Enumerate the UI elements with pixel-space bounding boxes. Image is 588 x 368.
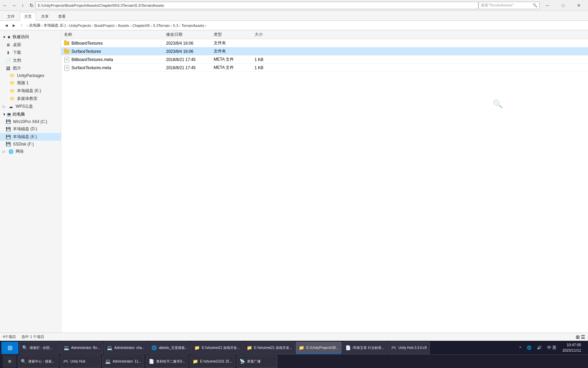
- refresh-button[interactable]: ↻: [28, 2, 35, 9]
- file-name-billboard-textures: BillboardTextures: [71, 41, 103, 46]
- bottom-item-eshuimei[interactable]: 📁 E:\\shuimei2101 25...: [190, 355, 235, 368]
- taskbar-shuimei1-icon: 📁: [194, 345, 200, 351]
- breadcrumb-item-2[interactable]: UnityProjects: [69, 24, 91, 28]
- taskbar-item-admin-bo[interactable]: 💻 Administrator: Bo...: [61, 342, 103, 354]
- sidebar-item-d-drive[interactable]: 💾 本地磁盘 (D:): [0, 125, 61, 133]
- sidebar-item-desktop[interactable]: 🖥 桌面: [0, 41, 61, 49]
- taskbar-unity-projects-icon: 📁: [299, 345, 304, 350]
- search-bar[interactable]: 搜索"TerrainAssets" 🔍: [478, 2, 540, 9]
- bottom-item-broadcast[interactable]: 📡 屏显广播: [236, 355, 277, 368]
- breadcrumb-up[interactable]: ↑: [18, 22, 25, 29]
- col-header-name[interactable]: 名称: [64, 32, 166, 37]
- tray-volume[interactable]: 🔊: [535, 342, 544, 354]
- address-bar[interactable]: E:\UnityProjects\BookProject\Assets\Chap…: [35, 2, 478, 9]
- taskbar-item-label-search: 搜索栏 - 你想...: [30, 346, 52, 350]
- back-button[interactable]: ←: [1, 2, 9, 9]
- bottom-item-unity-hub[interactable]: 🎮 Unity Hub: [60, 355, 101, 368]
- tray-time: 10:47:05: [562, 342, 581, 348]
- bottom-item-search-center[interactable]: 🔍 搜索中心 - 搜索...: [18, 355, 59, 368]
- file-row-billboard-textures[interactable]: BillboardTextures 2023/8/4 16:06 文件夹: [61, 39, 588, 47]
- close-button[interactable]: ✕: [571, 0, 587, 11]
- breadcrumb-back[interactable]: ◀: [3, 22, 10, 29]
- tab-share[interactable]: 共享: [37, 12, 53, 20]
- sidebar-item-network[interactable]: ▷ 🌐 网络: [0, 148, 61, 155]
- sidebar-item-downloads[interactable]: ⬇ 下载: [0, 49, 61, 57]
- bottom-item-admin[interactable]: 💻 Administrator: 11...: [102, 355, 144, 368]
- taskbar-item-search[interactable]: 🔍 搜索栏 - 你想...: [19, 342, 60, 354]
- network-arrow: ▷: [3, 150, 5, 153]
- tray-clock[interactable]: 10:47:05 2023/11/11: [560, 342, 584, 353]
- sidebar-this-pc-header[interactable]: ▼ 💻 此电脑: [0, 110, 61, 118]
- file-date-billboard-meta: 2018/8/21 17:45: [166, 57, 214, 62]
- surface-textures-icon: [64, 49, 69, 54]
- bottom-item-label-admin: Administrator: 11...: [113, 359, 141, 363]
- col-header-date[interactable]: 修改日期: [166, 32, 214, 37]
- taskbar-search-icon: 🔍: [22, 345, 28, 351]
- tray-expand[interactable]: ^: [517, 342, 523, 354]
- sidebar-label-d-drive: 本地磁盘 (D:): [13, 126, 37, 132]
- breadcrumb-item-3[interactable]: BookProject: [94, 24, 114, 28]
- sidebar-item-f-drive[interactable]: 💾 SSDisk (F:): [0, 141, 61, 148]
- bottom-start[interactable]: ⊞: [3, 355, 16, 368]
- tray-date: 2023/11/11: [562, 348, 581, 353]
- taskbar-item-unity-hub[interactable]: 🎮 Unity Hub 3.3.0-c9: [388, 342, 430, 354]
- sidebar: ▼ ★ 快速访问 🖥 桌面 ⬇ 下载 📄 文档 🖼 图片 📁: [0, 30, 61, 333]
- taskbar-item-shuimei2[interactable]: 📁 E:\\shuimei21 游戏开发...: [244, 342, 295, 354]
- up-button[interactable]: ↑: [19, 2, 27, 9]
- taskbar-item-label-unity-projects: E:\\UnityProjects\\B...: [306, 346, 338, 350]
- status-bar: 4个项目 选中 1 个项目 ⊞ ☰: [0, 333, 588, 341]
- address-text: E:\UnityProjects\BookProject\Assets\Chap…: [38, 3, 164, 7]
- bottom-item-charli[interactable]: 📄 查莉绘字二酱等S...: [146, 355, 188, 368]
- breadcrumb-item-4[interactable]: Assets: [118, 24, 129, 28]
- taskbar-item-albedo[interactable]: 🌐 albedo_百度搜索...: [148, 342, 191, 354]
- sidebar-item-pictures[interactable]: 🖼 图片: [0, 64, 61, 72]
- taskbar-item-unity-projects[interactable]: 📁 E:\\UnityProjects\\B...: [296, 342, 341, 354]
- breadcrumb-item-1[interactable]: 本地磁盘 (E:): [44, 23, 66, 28]
- surface-meta-icon: M: [64, 65, 69, 71]
- taskbar-item-chapter05[interactable]: 📄 05第五章 灯光材质...: [342, 342, 387, 354]
- sidebar-item-locale[interactable]: 📁 本地磁盘 (E:): [0, 87, 61, 95]
- tab-view[interactable]: 查看: [54, 12, 70, 20]
- sidebar-item-documents[interactable]: 📄 文档: [0, 57, 61, 64]
- sidebar-item-multimedia[interactable]: 📁 多媒体教室: [0, 95, 61, 103]
- breadcrumb-item-5[interactable]: Chapter05: [132, 24, 150, 28]
- taskbar-item-admin-cha[interactable]: 💻 Administrator: cha...: [104, 342, 148, 354]
- breadcrumb-item-8[interactable]: TerrainAssets: [182, 24, 205, 28]
- file-size-surface-meta: 1 KB: [255, 65, 282, 70]
- sidebar-item-e-drive[interactable]: 💾 本地磁盘 (E:): [0, 133, 61, 141]
- sidebar-quick-access-header[interactable]: ▼ ★ 快速访问: [0, 33, 61, 41]
- this-pc-icon: 💻: [6, 112, 12, 117]
- search-icon[interactable]: 🔍: [533, 3, 537, 7]
- file-row-surface-meta[interactable]: M SurfaceTextures.meta 2018/8/21 17:45 M…: [61, 64, 588, 72]
- file-row-billboard-meta[interactable]: M BillboardTextures.meta 2018/8/21 17:45…: [61, 56, 588, 64]
- maximize-button[interactable]: □: [555, 0, 571, 11]
- sidebar-item-video1[interactable]: 📁 视频 1: [0, 79, 61, 87]
- taskbar-item-shuimei1[interactable]: 📁 E:\\shuimei21 游戏开发...: [191, 342, 243, 354]
- bottom-search-icon: 🔍: [21, 359, 26, 364]
- breadcrumb-item-0[interactable]: 此电脑: [29, 23, 40, 28]
- col-header-size[interactable]: 大小: [255, 32, 282, 37]
- tab-home[interactable]: 主页: [20, 12, 36, 21]
- taskbar-item-label-admin-bo: Administrator: Bo...: [71, 346, 100, 350]
- col-header-type[interactable]: 类型: [214, 32, 255, 37]
- start-button[interactable]: ⊞: [1, 342, 18, 354]
- taskbar-chapter05-icon: 📄: [345, 345, 351, 351]
- breadcrumb-item-6[interactable]: 5.3Terrain: [153, 24, 170, 28]
- file-row-surface-textures[interactable]: SurfaceTextures 2023/8/4 16:06 文件夹: [61, 47, 588, 56]
- taskbar-admin-cha-icon: 💻: [107, 345, 112, 351]
- tray-ime[interactable]: 中 英: [545, 342, 558, 354]
- this-pc-arrow: ▼: [3, 113, 6, 116]
- sidebar-item-c-drive[interactable]: 💾 Win10Pro X64 (C:): [0, 118, 61, 125]
- tray-network[interactable]: 🌐: [525, 342, 534, 354]
- tab-file[interactable]: 文件: [3, 12, 19, 20]
- f-drive-icon: 💾: [5, 142, 11, 147]
- view-list-icon[interactable]: ☰: [581, 334, 585, 340]
- sidebar-item-unity-packages[interactable]: 📁 UnityPackages: [0, 72, 61, 79]
- breadcrumb-forward[interactable]: ▶: [10, 22, 18, 29]
- breadcrumb-item-7[interactable]: 5.3: [173, 24, 178, 28]
- sidebar-item-wps[interactable]: ▷ ☁ WPS云盘: [0, 103, 61, 110]
- view-large-icon[interactable]: ⊞: [576, 334, 580, 340]
- minimize-button[interactable]: ─: [540, 0, 555, 11]
- file-date-surface-textures: 2023/8/4 16:06: [166, 49, 214, 54]
- forward-button[interactable]: →: [10, 2, 18, 9]
